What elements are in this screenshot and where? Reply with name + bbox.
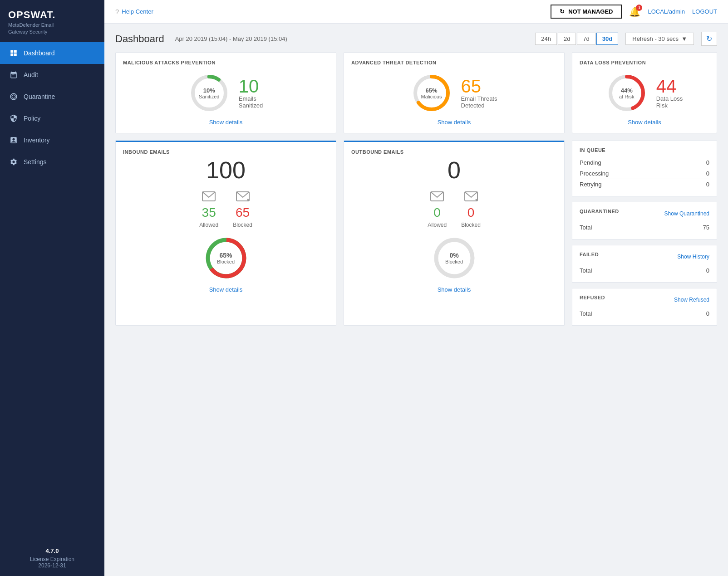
quarantined-total-row: Total 75 — [580, 222, 709, 233]
data-loss-title: DATA LOSS PREVENTION — [580, 60, 709, 65]
failed-title: FAILED — [580, 252, 599, 257]
data-loss-count-label2: Risk — [656, 102, 683, 109]
show-quarantined-link[interactable]: Show Quarantined — [664, 210, 709, 217]
license-label: License Expiration 2026-12-31 — [9, 556, 95, 569]
help-icon: ? — [115, 8, 119, 15]
outbound-allowed-stat: 0 Allowed — [428, 189, 447, 228]
sidebar-item-quarantine[interactable]: Quarantine — [0, 86, 104, 107]
outbound-blocked-label: Blocked — [461, 222, 481, 228]
time-btn-30d[interactable]: 30d — [596, 33, 618, 45]
queue-pending-row: Pending 0 — [580, 157, 709, 168]
logout-link[interactable]: LOGOUT — [692, 8, 717, 15]
data-loss-count: 44 — [656, 77, 683, 95]
advanced-count-label2: Detected — [461, 102, 497, 109]
dashboard-icon — [9, 49, 18, 58]
quarantined-title: QUARANTINED — [580, 209, 619, 214]
advanced-donut-section: 65% Malicious 65 Email Threats Detected — [351, 73, 557, 113]
help-center-link[interactable]: ? Help Center — [115, 8, 153, 15]
not-managed-button[interactable]: ↻ NOT MANAGED — [551, 5, 622, 19]
malicious-prevention-title: MALICIOUS ATTACKS PREVENTION — [123, 60, 329, 65]
inventory-icon — [9, 136, 18, 145]
in-queue-title: IN QUEUE — [580, 147, 709, 153]
inbound-donut: 65% Blocked — [203, 235, 249, 281]
sidebar-item-label: Settings — [24, 158, 47, 166]
malicious-stat: 10 Emails Sanitized — [239, 77, 263, 109]
inbound-blocked-stat: 65 Blocked — [233, 189, 252, 228]
sidebar-item-label: Policy — [24, 115, 40, 122]
right-panel: IN QUEUE Pending 0 Processing 0 Retrying… — [572, 141, 717, 326]
sidebar-item-policy[interactable]: Policy — [0, 107, 104, 129]
topbar: ? Help Center ↻ NOT MANAGED 🔔 1 LOCAL/ad… — [104, 0, 728, 24]
outbound-donut-label: 0% Blocked — [445, 252, 463, 264]
refresh-button[interactable]: Refresh - 30 secs ▼ — [625, 33, 694, 45]
advanced-donut-label: 65% Malicious — [421, 87, 442, 99]
refused-total-row: Total 0 — [580, 308, 709, 319]
sidebar: OPSWAT. MetaDefender EmailGateway Securi… — [0, 0, 104, 576]
outbound-allowed-count: 0 — [433, 205, 441, 220]
admin-link[interactable]: LOCAL/admin — [648, 8, 685, 15]
brand-name: OPSWAT. — [8, 9, 96, 21]
inbound-donut-wrap: 65% Blocked — [123, 235, 329, 281]
quarantined-header: QUARANTINED Show Quarantined — [580, 209, 709, 219]
sidebar-item-inventory[interactable]: Inventory — [0, 129, 104, 151]
failed-header: FAILED Show History — [580, 252, 709, 262]
data-loss-show-details[interactable]: Show details — [580, 119, 709, 126]
outbound-allowed-label: Allowed — [428, 222, 447, 228]
time-filter-group: 24h 2d 7d 30d — [535, 33, 618, 45]
sidebar-item-label: Quarantine — [24, 93, 55, 100]
notification-badge: 1 — [636, 5, 642, 11]
malicious-prevention-card: MALICIOUS ATTACKS PREVENTION 10% Sanitiz… — [115, 52, 336, 133]
in-queue-card: IN QUEUE Pending 0 Processing 0 Retrying… — [572, 141, 717, 196]
data-loss-stat: 44 Data Loss Risk — [656, 77, 683, 109]
inbound-donut-label: 65% Blocked — [217, 252, 235, 264]
outbound-card: OUTBOUND EMAILS 0 0 Allowed — [344, 141, 565, 326]
malicious-show-details[interactable]: Show details — [123, 119, 329, 126]
svg-point-0 — [12, 95, 15, 98]
outbound-title: OUTBOUND EMAILS — [351, 149, 557, 155]
reload-button[interactable]: ↻ — [701, 32, 717, 46]
time-btn-2d[interactable]: 2d — [558, 33, 576, 45]
advanced-show-details[interactable]: Show details — [351, 119, 557, 126]
inbound-allowed-label: Allowed — [199, 222, 218, 228]
refused-title: REFUSED — [580, 295, 605, 300]
failed-card: FAILED Show History Total 0 — [572, 245, 717, 283]
sidebar-item-label: Dashboard — [24, 49, 55, 57]
notification-bell[interactable]: 🔔 1 — [629, 6, 640, 17]
inbound-show-details[interactable]: Show details — [123, 286, 329, 293]
data-loss-count-label1: Data Loss — [656, 95, 683, 102]
malicious-donut-label: 10% Sanitized — [199, 87, 219, 99]
settings-icon — [9, 157, 18, 166]
inbound-blocked-count: 65 — [236, 205, 250, 220]
advanced-count-label1: Email Threats — [461, 95, 497, 102]
refresh-label: Refresh - 30 secs — [632, 35, 679, 42]
malicious-donut-section: 10% Sanitized 10 Emails Sanitized — [123, 73, 329, 113]
main-content: ? Help Center ↻ NOT MANAGED 🔔 1 LOCAL/ad… — [104, 0, 728, 576]
sidebar-item-dashboard[interactable]: Dashboard — [0, 42, 104, 64]
outbound-stats-row: 0 Allowed 0 Blocked — [351, 189, 557, 228]
queue-processing-row: Processing 0 — [580, 168, 709, 179]
sidebar-footer: 4.7.0 License Expiration 2026-12-31 — [0, 540, 104, 576]
refused-header: REFUSED Show Refused — [580, 295, 709, 305]
show-refused-link[interactable]: Show Refused — [674, 297, 709, 303]
outbound-total: 0 — [351, 156, 557, 184]
time-btn-7d[interactable]: 7d — [577, 33, 595, 45]
outbound-show-details[interactable]: Show details — [351, 286, 557, 293]
data-loss-donut-section: 44% at Risk 44 Data Loss Risk — [580, 73, 709, 113]
brand-subtitle: MetaDefender EmailGateway Security — [8, 22, 96, 36]
outbound-donut-wrap: 0% Blocked — [351, 235, 557, 281]
data-loss-donut: 44% at Risk — [606, 73, 647, 113]
sidebar-item-audit[interactable]: Audit — [0, 64, 104, 86]
malicious-count-label2: Sanitized — [239, 102, 263, 109]
page-title: Dashboard — [115, 33, 164, 45]
show-history-link[interactable]: Show History — [677, 254, 709, 260]
time-btn-24h[interactable]: 24h — [535, 33, 557, 45]
malicious-donut: 10% Sanitized — [189, 73, 230, 113]
malicious-count: 10 — [239, 77, 263, 95]
dashboard-header: Dashboard Apr 20 2019 (15:04) - May 20 2… — [104, 24, 728, 52]
chevron-down-icon: ▼ — [681, 35, 687, 42]
sidebar-item-settings[interactable]: Settings — [0, 151, 104, 173]
failed-total-row: Total 0 — [580, 265, 709, 276]
inbound-card: INBOUND EMAILS 100 35 Allowed — [115, 141, 336, 326]
queue-retrying-row: Retrying 0 — [580, 179, 709, 190]
date-range: Apr 20 2019 (15:04) - May 20 2019 (15:04… — [175, 35, 287, 42]
